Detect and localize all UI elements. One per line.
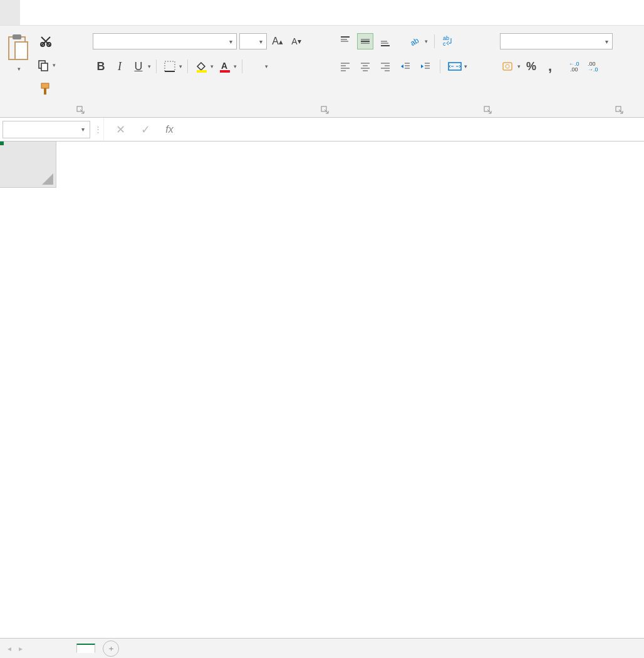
chevron-down-icon[interactable]: ▾ xyxy=(53,62,56,68)
tab-review[interactable] xyxy=(140,0,160,25)
sheet-tab-2[interactable] xyxy=(76,644,95,653)
currency-icon xyxy=(502,60,514,73)
sheet-tab-1[interactable] xyxy=(55,644,74,653)
clipboard-icon xyxy=(5,33,31,63)
orientation-button[interactable]: ab xyxy=(407,33,423,49)
dialog-launcher-icon[interactable] xyxy=(615,106,624,115)
format-painter-button[interactable] xyxy=(38,81,54,97)
tab-home[interactable] xyxy=(20,0,40,25)
decrease-indent-button[interactable] xyxy=(397,58,413,75)
decrease-font-button[interactable]: A▾ xyxy=(288,33,304,49)
align-left-icon xyxy=(340,61,351,72)
tab-data[interactable] xyxy=(120,0,140,25)
italic-button[interactable]: I xyxy=(112,58,128,75)
divider xyxy=(187,59,188,73)
font-size-select[interactable]: ▾ xyxy=(239,33,267,49)
chevron-down-icon[interactable]: ▾ xyxy=(464,63,467,69)
percent-button[interactable]: % xyxy=(523,58,539,75)
increase-decimal-icon: ←.0.00 xyxy=(569,61,584,72)
insert-function-button[interactable]: fx xyxy=(165,124,173,135)
cells-area[interactable] xyxy=(56,188,644,638)
paste-button[interactable]: ▾ xyxy=(5,33,31,72)
name-box[interactable]: ▾ xyxy=(3,121,90,138)
formula-input[interactable] xyxy=(185,121,644,138)
tab-developer[interactable] xyxy=(180,0,200,25)
wrap-text-button[interactable]: abc xyxy=(441,33,457,49)
font-color-button[interactable]: A xyxy=(216,58,232,75)
outdent-icon xyxy=(400,61,411,72)
decrease-decimal-button[interactable]: .00→.0 xyxy=(587,58,603,75)
phonetic-button[interactable] xyxy=(247,58,264,75)
comma-button[interactable]: , xyxy=(542,58,558,75)
chevron-down-icon[interactable]: ▾ xyxy=(265,63,268,69)
align-middle-button[interactable] xyxy=(357,33,373,49)
align-top-button[interactable] xyxy=(337,33,353,49)
cut-button[interactable] xyxy=(38,33,54,49)
tab-view[interactable] xyxy=(160,0,180,25)
tab-formulas[interactable] xyxy=(100,0,120,25)
align-right-button[interactable] xyxy=(377,58,393,75)
tab-file[interactable] xyxy=(0,0,20,25)
font-color-icon: A xyxy=(218,60,231,73)
ribbon: ▾ ▾ ▾ ▾ A▴ A▾ B I xyxy=(0,25,644,118)
wrap-text-icon: abc xyxy=(442,35,456,48)
sheet-nav-next[interactable]: ▸ xyxy=(16,644,25,653)
worksheet-grid[interactable] xyxy=(0,141,644,638)
merge-center-button[interactable] xyxy=(447,58,463,75)
svg-rect-1 xyxy=(13,34,21,39)
align-left-button[interactable] xyxy=(337,58,353,75)
bold-button[interactable]: B xyxy=(93,58,109,75)
accounting-format-button[interactable] xyxy=(500,58,516,75)
align-center-icon xyxy=(360,61,371,72)
svg-point-49 xyxy=(506,64,509,68)
tab-insert[interactable] xyxy=(40,0,60,25)
align-center-button[interactable] xyxy=(357,58,373,75)
formula-bar: ▾ ⋮ ✕ ✓ fx xyxy=(0,118,644,141)
dialog-launcher-icon[interactable] xyxy=(76,106,85,115)
scissors-icon xyxy=(39,35,52,48)
svg-text:→.0: →.0 xyxy=(588,66,598,72)
select-all-corner[interactable] xyxy=(0,141,56,188)
number-format-select[interactable]: ▾ xyxy=(500,33,613,49)
add-sheet-button[interactable]: ＋ xyxy=(103,640,119,657)
borders-button[interactable] xyxy=(162,58,178,75)
enter-formula-button[interactable]: ✓ xyxy=(141,123,150,136)
chevron-down-icon[interactable]: ▾ xyxy=(234,63,237,69)
svg-rect-2 xyxy=(15,42,28,59)
indent-icon xyxy=(420,61,431,72)
dialog-launcher-icon[interactable] xyxy=(321,106,330,115)
chevron-down-icon[interactable]: ▾ xyxy=(517,63,521,69)
tab-page-layout[interactable] xyxy=(80,0,100,25)
font-name-select[interactable]: ▾ xyxy=(93,33,237,49)
dialog-launcher-icon[interactable] xyxy=(484,106,492,115)
svg-text:c: c xyxy=(443,41,446,47)
sheet-nav-prev[interactable]: ◂ xyxy=(5,644,14,653)
tab-draw[interactable] xyxy=(60,0,80,25)
chevron-down-icon[interactable]: ▾ xyxy=(425,38,428,44)
chevron-down-icon[interactable]: ▾ xyxy=(148,63,151,69)
borders-icon xyxy=(164,60,176,73)
increase-indent-button[interactable] xyxy=(417,58,434,75)
fill-color-button[interactable] xyxy=(193,58,209,75)
copy-button[interactable] xyxy=(35,57,51,73)
cancel-formula-button[interactable]: ✕ xyxy=(116,123,125,136)
divider xyxy=(434,34,435,48)
chevron-down-icon[interactable]: ▾ xyxy=(179,63,182,69)
decrease-decimal-icon: .00→.0 xyxy=(588,61,603,72)
tab-help[interactable] xyxy=(200,0,221,25)
svg-text:A: A xyxy=(221,61,227,71)
underline-button[interactable]: U xyxy=(130,58,147,75)
svg-text:.00: .00 xyxy=(570,66,578,72)
chevron-down-icon: ▾ xyxy=(229,38,232,45)
formula-bar-split[interactable]: ⋮ xyxy=(93,118,104,141)
svg-rect-48 xyxy=(503,63,512,70)
increase-font-button[interactable]: A▴ xyxy=(269,33,286,49)
align-top-icon xyxy=(340,36,351,47)
column-headers xyxy=(56,141,644,188)
group-label-font xyxy=(93,113,327,116)
align-bottom-button[interactable] xyxy=(377,33,393,49)
chevron-down-icon[interactable]: ▾ xyxy=(18,66,21,72)
divider xyxy=(242,59,242,73)
increase-decimal-button[interactable]: ←.0.00 xyxy=(568,58,584,75)
chevron-down-icon[interactable]: ▾ xyxy=(210,63,214,69)
